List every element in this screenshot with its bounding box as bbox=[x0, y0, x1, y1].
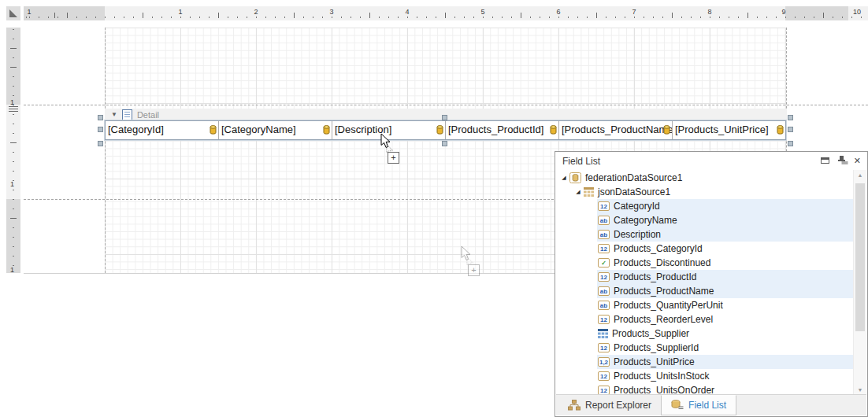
scroll-up-icon[interactable]: ▲ bbox=[854, 172, 866, 178]
field-binding-icon[interactable] bbox=[210, 125, 217, 135]
detail-cell[interactable]: [Products_ProductId] bbox=[446, 121, 559, 139]
scroll-down-icon[interactable]: ▼ bbox=[854, 387, 866, 393]
field-list-panel: Field List ✕ ◢federationDataSource1◢json… bbox=[555, 151, 868, 417]
ruler-number: 1 bbox=[178, 8, 182, 16]
numeric-field-icon: 12 bbox=[598, 343, 610, 352]
detail-cell[interactable]: [Description] bbox=[332, 121, 446, 139]
top-margin-line[interactable] bbox=[24, 105, 868, 105]
tree-node-label: federationDataSource1 bbox=[585, 172, 682, 183]
numeric-field-icon: 12 bbox=[598, 371, 610, 381]
report-explorer-icon bbox=[568, 400, 581, 411]
field-binding-icon[interactable] bbox=[777, 125, 784, 135]
ruler-number: 1 bbox=[10, 180, 14, 188]
detail-cell[interactable]: [CategoryName] bbox=[219, 121, 332, 139]
detail-cell[interactable]: [CategoryId] bbox=[106, 121, 219, 139]
tree-node-label: Products_Supplier bbox=[612, 328, 689, 339]
band-collapse-icon[interactable]: ▼ bbox=[111, 112, 117, 118]
panel-tab-bar: Report ExplorerField List bbox=[556, 394, 866, 415]
tree-node-label: Products_UnitPrice bbox=[614, 356, 695, 367]
decimal-field-icon: 1,2 bbox=[598, 357, 610, 367]
detail-cell-label: [Products_ProductId] bbox=[448, 124, 543, 135]
selection-handle[interactable] bbox=[788, 141, 793, 146]
field-list-item[interactable]: 12CategoryId bbox=[556, 199, 854, 213]
restore-window-icon[interactable] bbox=[821, 157, 829, 164]
detail-cell-label: [Products_ProductName] bbox=[562, 124, 673, 135]
tab-field-list[interactable]: Field List bbox=[661, 395, 736, 415]
selection-handle[interactable] bbox=[98, 127, 103, 132]
field-list-item[interactable]: abDescription bbox=[556, 227, 854, 242]
field-binding-icon[interactable] bbox=[663, 125, 670, 135]
text-field-icon: ab bbox=[598, 230, 610, 239]
numeric-field-icon: 12 bbox=[598, 272, 610, 282]
expand-collapse-icon[interactable]: ◢ bbox=[573, 185, 583, 199]
field-list-item[interactable]: abProducts_ProductName bbox=[556, 284, 854, 298]
selection-handle[interactable] bbox=[788, 127, 793, 132]
tree-node-label: Products_UnitsInStock bbox=[614, 371, 709, 382]
numeric-field-icon: 12 bbox=[598, 244, 610, 253]
ruler-origin-button[interactable] bbox=[6, 6, 20, 20]
report-designer: 112345678910 111 ▼ Detail [CategoryId][C… bbox=[0, 0, 868, 417]
ruler-number: 7 bbox=[632, 8, 636, 16]
field-list-item[interactable]: abCategoryName bbox=[556, 213, 854, 227]
field-list-item[interactable]: ✓Products_Discontinued bbox=[556, 256, 854, 270]
field-list-item[interactable]: 1,2Products_UnitPrice bbox=[556, 355, 854, 369]
detail-row[interactable]: [CategoryId][CategoryName][Description][… bbox=[105, 120, 786, 140]
field-list-item[interactable]: 12Products_SupplierId bbox=[556, 341, 854, 355]
field-list-tree: ◢federationDataSource1◢jsonDataSource112… bbox=[556, 171, 854, 395]
detail-cell-label: [CategoryName] bbox=[221, 124, 296, 135]
left-margin-line[interactable] bbox=[105, 28, 106, 273]
ruler-half-ticks bbox=[24, 13, 868, 18]
close-icon[interactable]: ✕ bbox=[854, 157, 861, 165]
selection-handle[interactable] bbox=[442, 141, 447, 146]
ruler-half-ticks bbox=[10, 28, 17, 273]
vertical-ruler[interactable]: 111 bbox=[6, 28, 20, 273]
numeric-field-icon: 12 bbox=[598, 315, 610, 324]
detail-cell-label: [Description] bbox=[335, 124, 391, 135]
selection-handle[interactable] bbox=[788, 115, 793, 120]
ruler-number: 10 bbox=[853, 8, 861, 16]
band-icon bbox=[122, 109, 132, 120]
field-list-item[interactable]: abProducts_QuantityPerUnit bbox=[556, 298, 854, 312]
tab-label: Field List bbox=[688, 400, 726, 411]
field-binding-icon[interactable] bbox=[323, 125, 330, 135]
pin-icon[interactable] bbox=[838, 156, 845, 165]
datasource-icon bbox=[569, 172, 581, 183]
detail-cell[interactable]: [Products_UnitPrice] bbox=[673, 121, 785, 139]
tree-node-label: Products_CategoryId bbox=[614, 243, 703, 254]
tree-scrollbar[interactable]: ▲ ▼ bbox=[853, 170, 866, 395]
tree-node-label: CategoryId bbox=[614, 201, 660, 212]
boolean-field-icon: ✓ bbox=[598, 258, 610, 268]
tree-node-label: Description bbox=[614, 229, 661, 240]
text-field-icon: ab bbox=[598, 301, 610, 310]
tree-node-label: Products_ProductId bbox=[614, 271, 696, 282]
table-blue-icon bbox=[598, 329, 608, 338]
horizontal-ruler[interactable]: 112345678910 bbox=[24, 6, 868, 20]
field-binding-icon[interactable] bbox=[436, 125, 443, 135]
field-list-item[interactable]: 12Products_CategoryId bbox=[556, 242, 854, 256]
tree-node-label: Products_QuantityPerUnit bbox=[614, 300, 723, 311]
tree-node-label: Products_ProductName bbox=[614, 286, 714, 297]
band-splitter-grip[interactable] bbox=[9, 106, 18, 113]
ruler-number: 8 bbox=[707, 8, 711, 16]
field-binding-icon[interactable] bbox=[550, 125, 557, 135]
field-list-item[interactable]: 12Products_UnitsInStock bbox=[556, 369, 854, 383]
selection-handle[interactable] bbox=[98, 141, 103, 146]
tab-report-explorer[interactable]: Report Explorer bbox=[558, 395, 661, 415]
field-list-item[interactable]: 12Products_ProductId bbox=[556, 270, 854, 284]
selection-handle[interactable] bbox=[442, 115, 447, 120]
ruler-number: 1 bbox=[10, 266, 14, 274]
scrollbar-thumb[interactable] bbox=[855, 183, 865, 331]
detail-cell[interactable]: [Products_ProductName] bbox=[559, 121, 673, 139]
field-list-item[interactable]: Products_Supplier bbox=[556, 327, 854, 341]
ruler-number: 1 bbox=[10, 98, 14, 106]
ruler-number: 5 bbox=[480, 8, 484, 16]
field-list-item[interactable]: 12Products_ReorderLevel bbox=[556, 312, 854, 327]
tree-node-federationDataSource1[interactable]: ◢federationDataSource1 bbox=[556, 171, 854, 185]
ruler-number: 4 bbox=[405, 8, 409, 16]
field-list-item[interactable]: 12Products_UnitsOnOrder bbox=[556, 383, 854, 395]
expand-collapse-icon[interactable]: ◢ bbox=[559, 171, 569, 185]
tree-node-label: Products_ReorderLevel bbox=[614, 314, 713, 325]
ruler-number: 6 bbox=[556, 8, 560, 16]
tree-node-jsonDataSource1[interactable]: ◢jsonDataSource1 bbox=[556, 185, 854, 199]
selection-handle[interactable] bbox=[98, 115, 103, 120]
